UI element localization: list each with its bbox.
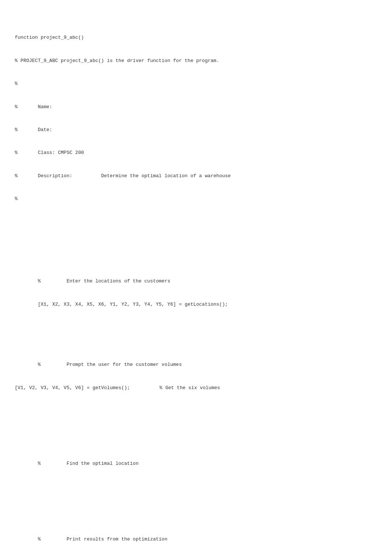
empty-line-1	[15, 219, 377, 225]
code-viewer: function project_9_abc() % PROJECT_9_ABC…	[15, 11, 377, 556]
line-print-results: % Print results from the optimization	[15, 536, 377, 543]
get-six-volumes-comment: %	[159, 384, 162, 392]
line-3: %	[15, 80, 377, 88]
line-get-locations: [X1, X2, X3, X4, X5, X6, Y1, Y2, Y3, Y4,…	[15, 301, 377, 309]
line-8: %	[15, 195, 377, 203]
line-enter-locations-comment: % Enter the locations of the customers	[15, 278, 377, 285]
line-7: % Description: Determine the optimal loc…	[15, 172, 377, 180]
empty-line-4	[15, 407, 377, 414]
line-1: function project_9_abc()	[15, 34, 377, 42]
line-prompt-volumes-comment: % Prompt the user for the customer volum…	[15, 361, 377, 369]
line-6: % Class: CMPSC 200	[15, 149, 377, 157]
empty-line-2	[15, 240, 377, 247]
line-get-volumes: [V1, V2, V3, V4, V5, V6] = getVolumes();…	[15, 384, 377, 392]
line-find-optimal: % Find the optimal location	[15, 460, 377, 468]
empty-line-5	[15, 483, 377, 490]
line-2: % PROJECT_9_ABC project_9_abc() is the d…	[15, 57, 377, 65]
line-5: % Date:	[15, 126, 377, 134]
get-volumes-code: [V1, V2, V3, V4, V5, V6] = getVolumes();	[15, 384, 130, 392]
empty-line-3	[15, 324, 377, 330]
get-six-volumes-label: Get the six volumes	[165, 384, 220, 392]
line-4: % Name:	[15, 103, 377, 111]
